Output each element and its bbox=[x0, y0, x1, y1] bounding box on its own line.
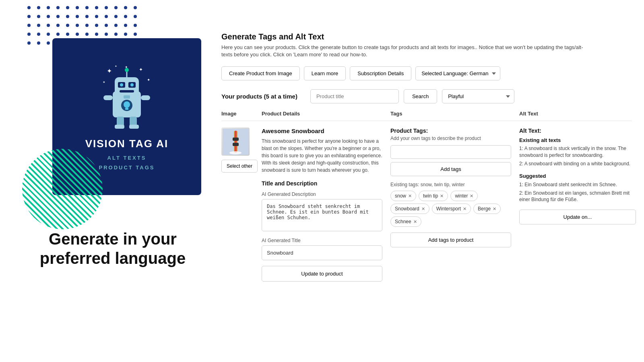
svg-text:✦: ✦ bbox=[147, 78, 150, 82]
existing-alt-2: 2: A snowboard with binding on a white b… bbox=[519, 160, 636, 167]
tag-chip-snow: snow ✕ bbox=[390, 191, 416, 201]
page-description: Here you can see your products. Click th… bbox=[221, 44, 584, 58]
ai-desc-label: AI Generated Description bbox=[262, 191, 382, 197]
product-title-input[interactable] bbox=[310, 89, 399, 103]
svg-point-17 bbox=[124, 101, 130, 108]
remove-tag-snow[interactable]: ✕ bbox=[408, 194, 412, 198]
svg-rect-28 bbox=[235, 131, 237, 153]
svg-rect-20 bbox=[141, 95, 150, 100]
page-title: Generate Tags and Alt Text bbox=[221, 32, 632, 41]
remove-tag-snowboard[interactable]: ✕ bbox=[421, 207, 425, 211]
remove-tag-berge[interactable]: ✕ bbox=[493, 207, 496, 211]
remove-tag-winter[interactable]: ✕ bbox=[470, 194, 473, 198]
language-select[interactable]: Selected Language: German bbox=[415, 66, 500, 80]
products-bar: Your products (5 at a time) Search Playf… bbox=[221, 89, 632, 103]
tag-chip-berge: Berge ✕ bbox=[473, 204, 501, 214]
suggested-alt-label: Suggested bbox=[519, 173, 636, 179]
main-content: Generate Tags and Alt Text Here you can … bbox=[209, 0, 644, 362]
tags-column: Product Tags: Add your own tags to descr… bbox=[390, 128, 519, 247]
table-header: Image Product Details Tags Alt Text bbox=[221, 111, 632, 121]
svg-rect-15 bbox=[124, 95, 130, 99]
col-alt-text: Alt Text bbox=[519, 111, 640, 117]
logo-title: VISION TAG AI bbox=[85, 138, 169, 150]
add-tags-to-product-button[interactable]: Add tags to product bbox=[390, 232, 511, 247]
svg-rect-23 bbox=[115, 125, 124, 129]
products-label: Your products (5 at a time) bbox=[221, 93, 297, 100]
svg-text:✦: ✦ bbox=[115, 65, 117, 68]
col-product-details: Product Details bbox=[262, 111, 390, 117]
suggested-alt-1: 1: Ein Snowboard steht senkrecht im Schn… bbox=[519, 181, 636, 188]
tagline: Generate in your preferred language bbox=[32, 229, 193, 268]
learn-more-button[interactable]: Learn more bbox=[304, 66, 346, 80]
select-other-button[interactable]: Select other bbox=[221, 160, 258, 173]
col-image: Image bbox=[221, 111, 262, 117]
page-header: Generate Tags and Alt Text Here you can … bbox=[221, 32, 632, 58]
ai-title-label: AI Generated Title bbox=[262, 238, 382, 243]
add-tags-button[interactable]: Add tags bbox=[390, 162, 511, 176]
create-product-button[interactable]: Create Product from Image bbox=[221, 66, 300, 80]
left-panel: ✦ ✦ ✦ ✦ ✦ ✦ bbox=[0, 0, 209, 362]
svg-point-12 bbox=[120, 83, 123, 86]
tag-chip-schnee: Schnee ✕ bbox=[390, 216, 421, 227]
remove-tag-wintersport[interactable]: ✕ bbox=[463, 207, 466, 211]
product-description: This snowboard is perfect for anyone loo… bbox=[262, 138, 382, 174]
tag-chip-winter: winter ✕ bbox=[450, 191, 478, 201]
product-details-column: Awesome Snowboard This snowboard is perf… bbox=[262, 128, 390, 282]
existing-tags-label: Existing tags: snow, twin tip, winter bbox=[390, 182, 511, 187]
subscription-details-button[interactable]: Subscription Details bbox=[350, 66, 411, 80]
svg-point-9 bbox=[125, 68, 129, 72]
svg-rect-24 bbox=[129, 125, 139, 129]
svg-point-13 bbox=[130, 83, 134, 86]
toolbar: Create Product from Image Learn more Sub… bbox=[221, 66, 632, 80]
col-tags: Tags bbox=[390, 111, 519, 117]
green-circle-decoration bbox=[22, 149, 103, 229]
robot-icon: ✦ ✦ ✦ ✦ ✦ ✦ bbox=[95, 61, 159, 134]
ai-title-input[interactable] bbox=[262, 245, 382, 260]
svg-text:✦: ✦ bbox=[139, 67, 143, 72]
product-row: Select other Awesome Snowboard This snow… bbox=[221, 121, 632, 282]
suggested-section: Suggested 1: Ein Snowboard steht senkrec… bbox=[519, 173, 636, 203]
existing-tags-list: snow ✕ twin tip ✕ winter ✕ Snowboard ✕ W… bbox=[390, 191, 511, 227]
search-button[interactable]: Search bbox=[404, 89, 437, 103]
title-and-desc-section: Title and Description bbox=[262, 180, 382, 187]
ai-description-textarea[interactable]: Das Snowboard steht senkrecht im Schnee.… bbox=[262, 199, 382, 231]
tag-chip-twin-tip: twin tip ✕ bbox=[419, 191, 448, 201]
update-on-button[interactable]: Update on... bbox=[519, 210, 636, 224]
tags-section-title: Product Tags: bbox=[390, 128, 511, 134]
remove-tag-schnee[interactable]: ✕ bbox=[413, 220, 417, 224]
svg-rect-19 bbox=[103, 95, 113, 100]
svg-text:✦: ✦ bbox=[103, 80, 105, 84]
svg-rect-29 bbox=[233, 138, 239, 141]
svg-point-31 bbox=[229, 151, 242, 154]
tags-description: Add your own tags to describe the produc… bbox=[390, 136, 511, 141]
tag-input[interactable] bbox=[390, 145, 511, 159]
image-column: Select other bbox=[221, 128, 262, 173]
style-select[interactable]: Playful bbox=[442, 89, 514, 103]
tag-chip-wintersport: Wintersport ✕ bbox=[432, 204, 471, 214]
tag-chip-snowboard: Snowboard ✕ bbox=[390, 204, 429, 214]
update-to-product-button[interactable]: Update to product bbox=[262, 266, 382, 282]
remove-tag-twin-tip[interactable]: ✕ bbox=[440, 194, 444, 198]
existing-alt-label: Existing alt texts bbox=[519, 137, 636, 143]
alt-section-title: Alt Text: bbox=[519, 128, 636, 134]
alt-text-column: Alt Text: Existing alt texts 1: A snowbo… bbox=[519, 128, 640, 224]
existing-alt-1: 1: A snowboard is stuck vertically in th… bbox=[519, 145, 636, 159]
product-thumbnail bbox=[221, 128, 250, 156]
suggested-alt-2: 2: Ein Snowboard ist ein langes, schmale… bbox=[519, 190, 636, 204]
snowboard-thumbnail-svg bbox=[223, 129, 249, 155]
svg-rect-14 bbox=[120, 90, 134, 93]
svg-rect-30 bbox=[233, 143, 239, 146]
logo-subtitle: ALT TEXTS PRODUCT TAGS bbox=[99, 153, 155, 172]
svg-rect-18 bbox=[125, 108, 128, 110]
product-name: Awesome Snowboard bbox=[262, 128, 382, 134]
svg-text:✦: ✦ bbox=[107, 68, 112, 74]
